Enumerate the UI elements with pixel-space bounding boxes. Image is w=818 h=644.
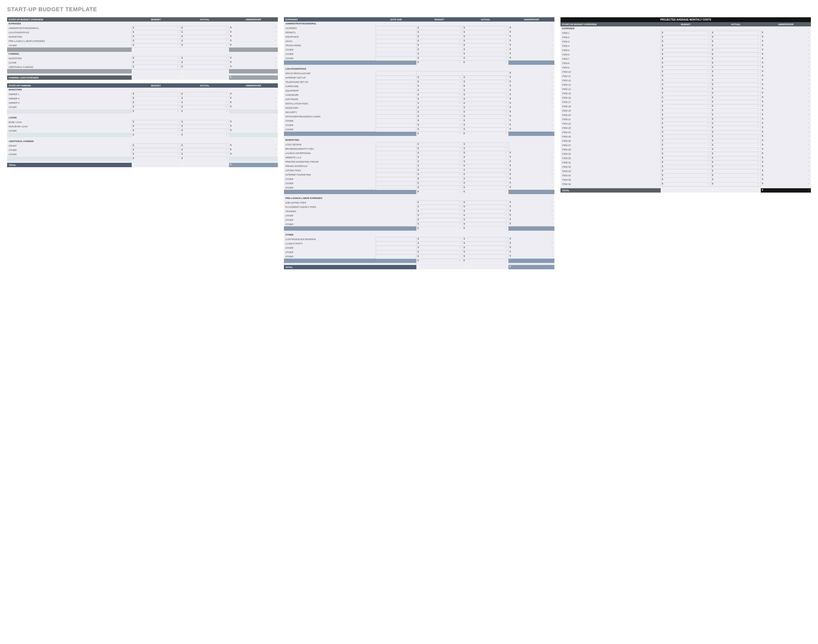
amount-cell[interactable]: $- bbox=[417, 222, 462, 226]
amount-cell[interactable]: $- bbox=[462, 75, 508, 80]
amount-cell[interactable]: $- bbox=[417, 56, 462, 60]
amount-cell[interactable]: $- bbox=[462, 241, 508, 246]
amount-cell[interactable]: $- bbox=[661, 113, 711, 117]
amount-cell[interactable]: $- bbox=[417, 75, 462, 80]
amount-cell[interactable]: $- bbox=[180, 56, 229, 60]
date-cell[interactable] bbox=[376, 177, 417, 181]
date-cell[interactable] bbox=[376, 159, 417, 164]
amount-cell[interactable]: $- bbox=[417, 80, 462, 84]
date-cell[interactable] bbox=[376, 155, 417, 159]
amount-cell[interactable]: $- bbox=[661, 48, 711, 52]
amount-cell[interactable]: $- bbox=[417, 142, 462, 147]
amount-cell[interactable]: $- bbox=[462, 127, 508, 132]
amount-cell[interactable]: $- bbox=[711, 48, 761, 52]
amount-cell[interactable]: $- bbox=[180, 39, 229, 43]
amount-cell[interactable]: $- bbox=[661, 126, 711, 130]
amount-cell[interactable]: $- bbox=[711, 109, 761, 113]
amount-cell[interactable]: $- bbox=[462, 93, 508, 97]
amount-cell[interactable]: $- bbox=[661, 182, 711, 186]
amount-cell[interactable]: $- bbox=[661, 83, 711, 87]
amount-cell[interactable]: $- bbox=[661, 178, 711, 182]
amount-cell[interactable]: $- bbox=[417, 127, 462, 132]
amount-cell[interactable]: $- bbox=[711, 31, 761, 35]
amount-cell[interactable]: $- bbox=[462, 155, 508, 159]
amount-cell[interactable]: $- bbox=[132, 124, 180, 129]
amount-cell[interactable]: $- bbox=[417, 172, 462, 177]
amount-cell[interactable]: $- bbox=[711, 169, 761, 173]
amount-cell[interactable]: $- bbox=[132, 144, 180, 148]
amount-cell[interactable]: $- bbox=[661, 95, 711, 100]
amount-cell[interactable]: $- bbox=[417, 84, 462, 88]
amount-cell[interactable]: $- bbox=[462, 168, 508, 172]
amount-cell[interactable]: $- bbox=[711, 113, 761, 117]
date-cell[interactable] bbox=[376, 254, 417, 259]
amount-cell[interactable]: $- bbox=[661, 169, 711, 173]
amount-cell[interactable]: $- bbox=[661, 74, 711, 78]
amount-cell[interactable]: $- bbox=[417, 106, 462, 110]
amount-cell[interactable]: $- bbox=[661, 130, 711, 134]
amount-cell[interactable]: $- bbox=[711, 139, 761, 143]
amount-cell[interactable]: $- bbox=[417, 114, 462, 119]
date-cell[interactable] bbox=[376, 93, 417, 97]
date-cell[interactable] bbox=[376, 106, 417, 110]
date-cell[interactable] bbox=[376, 84, 417, 88]
amount-cell[interactable]: $- bbox=[132, 92, 180, 96]
amount-cell[interactable]: $- bbox=[417, 35, 462, 39]
amount-cell[interactable]: $- bbox=[180, 43, 229, 48]
amount-cell[interactable]: $- bbox=[462, 119, 508, 123]
amount-cell[interactable]: $- bbox=[462, 30, 508, 35]
amount-cell[interactable]: $- bbox=[417, 52, 462, 56]
amount-cell[interactable]: $- bbox=[417, 123, 462, 127]
amount-cell[interactable]: $- bbox=[711, 117, 761, 121]
amount-cell[interactable]: $- bbox=[661, 156, 711, 160]
date-cell[interactable] bbox=[376, 71, 417, 75]
date-cell[interactable] bbox=[376, 186, 417, 190]
amount-cell[interactable]: $- bbox=[417, 30, 462, 35]
date-cell[interactable] bbox=[376, 237, 417, 241]
amount-cell[interactable]: $- bbox=[180, 124, 229, 129]
amount-cell[interactable]: $- bbox=[661, 31, 711, 35]
amount-cell[interactable]: $- bbox=[417, 43, 462, 48]
amount-cell[interactable]: $- bbox=[180, 65, 229, 69]
amount-cell[interactable]: $- bbox=[711, 130, 761, 134]
amount-cell[interactable]: $- bbox=[711, 126, 761, 130]
amount-cell[interactable]: $- bbox=[462, 147, 508, 151]
amount-cell[interactable]: $- bbox=[462, 213, 508, 218]
amount-cell[interactable]: $- bbox=[711, 160, 761, 165]
amount-cell[interactable]: $- bbox=[661, 160, 711, 165]
amount-cell[interactable]: $- bbox=[711, 147, 761, 152]
amount-cell[interactable]: $- bbox=[711, 83, 761, 87]
amount-cell[interactable]: $- bbox=[417, 168, 462, 172]
amount-cell[interactable]: $- bbox=[132, 65, 180, 69]
amount-cell[interactable]: $- bbox=[711, 173, 761, 178]
amount-cell[interactable]: $- bbox=[661, 173, 711, 178]
amount-cell[interactable]: $- bbox=[462, 164, 508, 168]
amount-cell[interactable]: $- bbox=[661, 152, 711, 156]
amount-cell[interactable]: $- bbox=[462, 218, 508, 222]
amount-cell[interactable]: $- bbox=[462, 172, 508, 177]
amount-cell[interactable]: $- bbox=[462, 151, 508, 155]
amount-cell[interactable]: $- bbox=[417, 119, 462, 123]
amount-cell[interactable]: $- bbox=[132, 39, 180, 43]
amount-cell[interactable]: $- bbox=[417, 39, 462, 43]
amount-cell[interactable]: $- bbox=[661, 39, 711, 44]
amount-cell[interactable]: $- bbox=[417, 93, 462, 97]
amount-cell[interactable]: $- bbox=[711, 70, 761, 74]
amount-cell[interactable]: $- bbox=[180, 35, 229, 39]
amount-cell[interactable]: $- bbox=[180, 105, 229, 109]
amount-cell[interactable]: $- bbox=[462, 26, 508, 30]
amount-cell[interactable]: $- bbox=[132, 152, 180, 156]
amount-cell[interactable]: $- bbox=[711, 78, 761, 83]
amount-cell[interactable]: $- bbox=[462, 209, 508, 213]
amount-cell[interactable]: $- bbox=[132, 35, 180, 39]
amount-cell[interactable]: $- bbox=[661, 70, 711, 74]
amount-cell[interactable] bbox=[417, 71, 462, 75]
amount-cell[interactable]: $- bbox=[132, 60, 180, 65]
amount-cell[interactable]: $- bbox=[462, 80, 508, 84]
amount-cell[interactable]: $- bbox=[417, 250, 462, 254]
amount-cell[interactable]: $- bbox=[417, 186, 462, 190]
amount-cell[interactable]: $- bbox=[417, 88, 462, 93]
amount-cell[interactable]: $- bbox=[462, 84, 508, 88]
amount-cell[interactable]: $- bbox=[661, 78, 711, 83]
date-cell[interactable] bbox=[376, 80, 417, 84]
